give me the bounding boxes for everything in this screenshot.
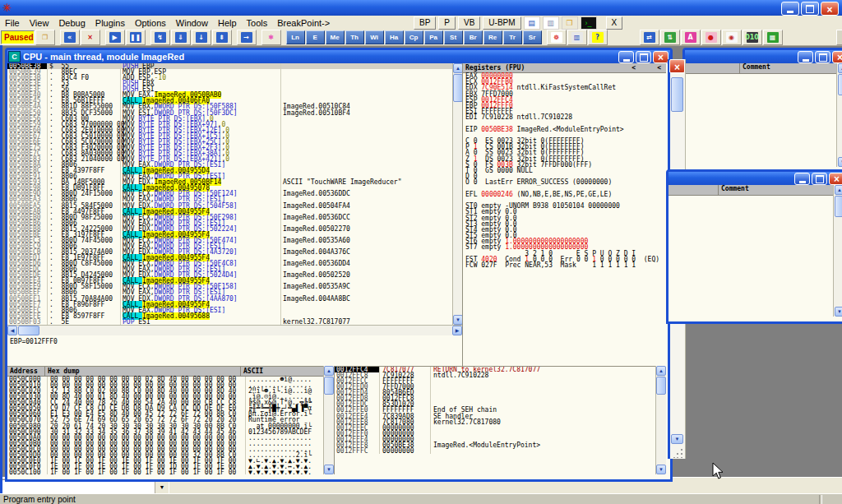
scroll-down-icon[interactable]	[656, 465, 666, 474]
scroll-thumb[interactable]	[18, 326, 39, 335]
scroll-up-icon[interactable]	[835, 185, 842, 195]
menu-item-breakpoint[interactable]: BreakPoint->	[272, 17, 335, 29]
scroll-down-icon[interactable]	[835, 307, 842, 317]
scroll-up-icon[interactable]	[838, 63, 842, 73]
scroll-thumb[interactable]	[656, 377, 666, 395]
register-line[interactable]: EDI 7C910228 ntdll.7C910228	[463, 114, 666, 120]
scroll-thumb[interactable]	[838, 74, 842, 95]
panel-button-th[interactable]: Th	[345, 30, 364, 44]
dump-row[interactable]: 0050C1001F 00 1F 00 1F 00 1F 00 1F 00 1F…	[7, 469, 323, 474]
scroll-left-icon[interactable]	[7, 326, 17, 335]
resize-grip[interactable]	[673, 447, 684, 458]
open-folder-icon-button[interactable]: ❐	[562, 16, 578, 30]
green-window-icon-button[interactable]: ▦	[763, 30, 783, 45]
scroll-down-icon[interactable]	[671, 434, 683, 444]
menu-item-options[interactable]: Options	[130, 17, 171, 29]
spiral-icon-button[interactable]: ◉	[722, 30, 742, 45]
minimize-button[interactable]	[794, 173, 810, 185]
disassembly-hscrollbar[interactable]	[7, 325, 462, 335]
disasm-row[interactable]: 0050BE3B. 83C4 F0ADD ESP,-10	[7, 75, 452, 81]
panel-button-wi[interactable]: Wi	[365, 30, 384, 44]
close-program-icon-button[interactable]: ×	[81, 30, 100, 45]
menu-close-button[interactable]: X	[606, 16, 623, 30]
comment-window-top-titlebar[interactable]	[685, 50, 842, 63]
register-line[interactable]: FCW 027F Prec NEAR,53 Mask 1 1 1 1 1 1	[463, 262, 666, 268]
console-icon-button[interactable]: ›_	[581, 16, 597, 30]
panel-button-ln[interactable]: Ln	[286, 30, 305, 44]
menu-button-u-bpm[interactable]: U-BPM	[483, 16, 520, 30]
red-dot-icon-button[interactable]: ●	[701, 30, 721, 45]
register-line[interactable]: EFL 00000246 (NO,NB,E,BE,NS,PE,GE,LE)	[463, 192, 666, 197]
menu-item-view[interactable]: View	[25, 17, 54, 29]
appearance-colors-icon-button[interactable]: ▥	[567, 30, 587, 45]
scroll-right-icon[interactable]	[452, 326, 462, 335]
minimize-button[interactable]	[781, 2, 799, 16]
maximize-button[interactable]	[812, 173, 827, 185]
registers-back-icon[interactable]: <	[632, 63, 636, 72]
dump-vscrollbar[interactable]	[323, 366, 334, 474]
panel-button-br[interactable]: Br	[464, 30, 483, 44]
comment-window-top-scrollbar[interactable]	[836, 63, 842, 167]
cpu-close-button[interactable]	[653, 51, 669, 63]
scroll-down-icon[interactable]	[838, 157, 842, 167]
background-window-close-button[interactable]	[669, 59, 685, 73]
menu-item-plugins[interactable]: Plugins	[90, 17, 130, 29]
scroll-down-icon[interactable]	[324, 465, 334, 474]
dropdown-arrow-icon[interactable]	[155, 480, 169, 493]
open-file-icon-button[interactable]: ❐	[35, 30, 55, 45]
registers-back-icon[interactable]: <	[657, 63, 661, 72]
step-into-icon-button[interactable]: ↯	[150, 30, 170, 45]
close-button[interactable]	[832, 51, 842, 63]
maximize-button[interactable]	[815, 51, 830, 63]
cpu-restore-button[interactable]	[636, 51, 651, 63]
register-line[interactable]: EIP 0050BE38 ImageRed.<ModuleEntryPoint>	[463, 127, 666, 132]
stack-row[interactable]: 0012FFFC00000000	[335, 448, 656, 454]
close-button[interactable]	[821, 2, 839, 16]
panel-button-ha[interactable]: Ha	[385, 30, 404, 44]
panel-button-tr[interactable]: Tr	[503, 30, 522, 44]
help-icon-button[interactable]: ?	[588, 30, 608, 45]
panel-button-re[interactable]: Re	[483, 30, 502, 44]
disasm-row[interactable]: 0050BEFE. E8 8597F8FFCALL ImageRed.00495…	[7, 313, 452, 319]
binary-icon-button[interactable]: 010	[743, 30, 762, 45]
cpu-titlebar[interactable]: C CPU - main thread, module ImageRed	[7, 50, 670, 63]
panel-button-e[interactable]: E	[306, 30, 325, 44]
menu-item-file[interactable]: File	[0, 17, 25, 29]
register-line[interactable]: T 0 GS 0000 NULL	[463, 168, 666, 173]
scroll-thumb[interactable]	[324, 377, 334, 395]
scroll-thumb[interactable]	[671, 77, 683, 112]
panel-button-me[interactable]: Me	[326, 30, 345, 44]
maximize-button[interactable]	[801, 2, 819, 16]
scroll-thumb[interactable]	[835, 196, 842, 217]
panel-button-st[interactable]: St	[444, 30, 463, 44]
panel-button-cp[interactable]: Cp	[405, 30, 423, 44]
updown-icon-button[interactable]: ⇅	[660, 30, 680, 45]
menu-button-p[interactable]: P	[438, 16, 456, 30]
register-line[interactable]: O 0 LastErr ERROR_SUCCESS (00000000)	[463, 179, 666, 185]
menu-item-help[interactable]: Help	[213, 17, 242, 29]
animate-into-icon-button[interactable]: ↓	[192, 30, 211, 45]
scroll-up-icon[interactable]	[656, 366, 666, 376]
menu-item-tools[interactable]: Tools	[242, 17, 273, 29]
letter-a-icon-button[interactable]: A	[681, 30, 701, 45]
run-icon-button[interactable]: ▶	[105, 30, 125, 45]
scroll-up-icon[interactable]	[324, 366, 334, 376]
disasm-row[interactable]: 0050BF03. 5EPOP ESIkernel32.7C817077	[7, 319, 452, 325]
menu-item-debug[interactable]: Debug	[53, 17, 90, 29]
disasm-row[interactable]: 0050BE3E. 53PUSH EBX	[7, 81, 452, 86]
splash-icon-button[interactable]: ✱	[261, 30, 281, 45]
notepad-doc-icon-button[interactable]: ▤	[524, 16, 540, 30]
comment-window-middle-scrollbar[interactable]	[833, 185, 842, 317]
swap-arrows-icon-button[interactable]: ⇄	[640, 30, 659, 45]
animate-over-icon-button[interactable]: ⇟	[212, 30, 232, 45]
menu-button-bp[interactable]: BP	[414, 16, 436, 30]
restart-icon-button[interactable]: «	[60, 30, 80, 45]
menu-button-vb[interactable]: VB	[458, 16, 480, 30]
minimize-button[interactable]	[798, 51, 813, 63]
options-gear-icon-button[interactable]: ☸	[547, 30, 567, 45]
comment-window-middle-titlebar[interactable]	[669, 172, 842, 185]
menu-item-window[interactable]: Window	[171, 17, 213, 29]
step-over-icon-button[interactable]: ⇓	[171, 30, 191, 45]
panel-button-sr[interactable]: Sr	[523, 30, 542, 44]
execute-till-return-icon-button[interactable]: →	[237, 30, 257, 45]
